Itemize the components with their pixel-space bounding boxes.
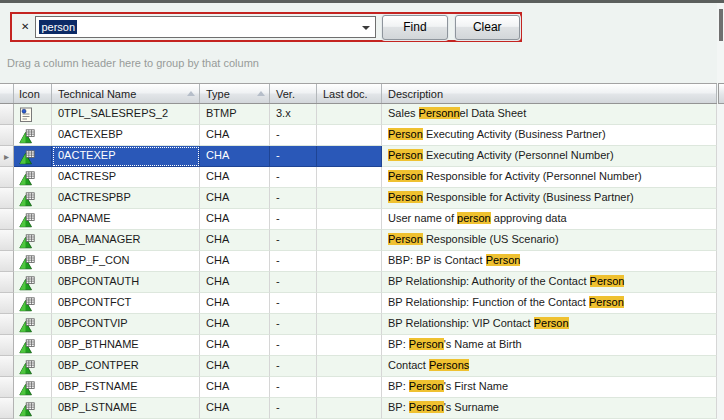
row-selector[interactable] — [0, 251, 14, 272]
table-row[interactable]: 0BP_BTHNAMECHA-BP: Person's Name at Birt… — [0, 335, 717, 356]
technical-name-cell: 0BPCONTVIP — [52, 314, 200, 335]
scrollbar-thumb[interactable] — [719, 9, 723, 41]
characteristic-icon — [19, 192, 35, 207]
icon-cell — [14, 188, 52, 209]
characteristic-icon — [19, 360, 35, 375]
technical-name-cell: 0APNAME — [52, 209, 200, 230]
description-cell: BP Relationship: VIP Contact Person — [382, 314, 717, 335]
description-cell: Sales Personnel Data Sheet — [382, 104, 717, 125]
table-row[interactable]: 0BPCONTVIPCHA-BP Relationship: VIP Conta… — [0, 314, 717, 335]
selector-column-header[interactable] — [0, 84, 14, 103]
find-button[interactable]: Find — [382, 15, 447, 40]
type-cell: CHA — [200, 125, 270, 146]
icon-cell — [14, 146, 52, 167]
table-row[interactable]: 0BPCONTFCTCHA-BP Relationship: Function … — [0, 293, 717, 314]
technical-name-cell: 0BP_BTHNAME — [52, 335, 200, 356]
column-header-icon[interactable]: Icon — [14, 84, 52, 103]
column-header-label: Description — [388, 88, 443, 100]
row-selector[interactable] — [0, 209, 14, 230]
vertical-scrollbar[interactable] — [717, 3, 724, 420]
description-cell: Person Executing Activity (Personnel Num… — [382, 146, 717, 167]
row-selector[interactable] — [0, 104, 14, 125]
characteristic-icon — [19, 255, 35, 270]
last-doc-cell — [317, 104, 382, 125]
clear-button[interactable]: Clear — [455, 15, 520, 40]
row-selector[interactable] — [0, 314, 14, 335]
table-row[interactable]: 0BA_MANAGERCHA-Person Responsible (US Sc… — [0, 230, 717, 251]
column-header-lastdoc[interactable]: Last doc. — [317, 84, 382, 103]
description-cell: Person Executing Activity (Business Part… — [382, 125, 717, 146]
column-header-name[interactable]: Technical Name — [52, 84, 200, 103]
table-row[interactable]: 0BP_LSTNAMECHA-BP: Person's Surname — [0, 398, 717, 419]
row-selector[interactable] — [0, 377, 14, 398]
last-doc-cell — [317, 398, 382, 419]
technical-name-cell: 0BP_LSTNAME — [52, 398, 200, 419]
search-combobox[interactable]: person — [35, 16, 376, 38]
group-by-hint: Drag a column header here to group by th… — [7, 57, 259, 69]
row-selector[interactable] — [0, 356, 14, 377]
last-doc-cell — [317, 167, 382, 188]
search-match-highlight: Person — [409, 338, 444, 350]
column-header-ver[interactable]: Ver. — [270, 84, 317, 103]
description-cell: Contact Persons — [382, 356, 717, 377]
row-selector[interactable] — [0, 398, 14, 419]
description-cell: BBP: BP is Contact Person — [382, 251, 717, 272]
type-cell: CHA — [200, 146, 270, 167]
table-row[interactable]: 0TPL_SALESREPS_2BTMP3.xSales Personnel D… — [0, 104, 717, 125]
row-selector[interactable] — [0, 188, 14, 209]
row-selector[interactable] — [0, 125, 14, 146]
table-row[interactable]: 0APNAMECHA-User name of person approving… — [0, 209, 717, 230]
table-row[interactable]: 0ACTRESPCHA-Person Responsible for Activ… — [0, 167, 717, 188]
row-selector[interactable] — [0, 272, 14, 293]
icon-cell — [14, 314, 52, 335]
version-cell: - — [270, 230, 317, 251]
version-cell: - — [270, 272, 317, 293]
version-cell: - — [270, 146, 317, 167]
table-row[interactable]: 0BPCONTAUTHCHA-BP Relationship: Authorit… — [0, 272, 717, 293]
last-doc-cell — [317, 377, 382, 398]
row-selector[interactable] — [0, 335, 14, 356]
window-top-edge — [0, 0, 724, 3]
version-cell: - — [270, 398, 317, 419]
search-match-highlight: Person — [534, 317, 569, 329]
column-header-type[interactable]: Type — [200, 84, 270, 103]
icon-cell — [14, 251, 52, 272]
column-header-label: Type — [206, 88, 230, 100]
table-row[interactable]: 0BP_FSTNAMECHA-BP: Person's First Name — [0, 377, 717, 398]
search-match-highlight: Person — [388, 170, 423, 182]
search-match-highlight: Person — [590, 275, 625, 287]
row-selector[interactable]: ▸ — [0, 146, 14, 167]
table-row[interactable]: 0ACTEXEBPCHA-Person Executing Activity (… — [0, 125, 717, 146]
combo-dropdown-icon[interactable] — [362, 26, 370, 30]
version-cell: - — [270, 377, 317, 398]
table-row[interactable]: 0BBP_F_CONCHA-BBP: BP is Contact Person — [0, 251, 717, 272]
version-cell: - — [270, 188, 317, 209]
column-header-desc[interactable]: Description — [382, 84, 717, 103]
type-cell: CHA — [200, 251, 270, 272]
last-doc-cell — [317, 125, 382, 146]
last-doc-cell — [317, 146, 382, 167]
characteristic-icon — [19, 297, 35, 312]
table-row[interactable]: ▸0ACTEXEPCHA-Person Executing Activity (… — [0, 146, 717, 167]
characteristic-icon — [19, 339, 35, 354]
table-row[interactable]: 0ACTRESPBPCHA-Person Responsible for Act… — [0, 188, 717, 209]
description-cell: BP: Person's Name at Birth — [382, 335, 717, 356]
row-selector[interactable] — [0, 167, 14, 188]
technical-name-cell: 0ACTRESP — [52, 167, 200, 188]
last-doc-cell — [317, 209, 382, 230]
close-search-icon[interactable]: ✕ — [21, 22, 29, 32]
type-cell: CHA — [200, 188, 270, 209]
type-cell: CHA — [200, 335, 270, 356]
sort-ascending-icon — [187, 91, 195, 96]
row-selector[interactable] — [0, 230, 14, 251]
icon-cell — [14, 377, 52, 398]
row-selector[interactable] — [0, 293, 14, 314]
search-panel: ✕ person Find Clear — [10, 12, 522, 42]
search-input-value[interactable]: person — [39, 20, 77, 34]
description-cell: Person Responsible (US Scenario) — [382, 230, 717, 251]
search-match-highlight: Person — [409, 401, 444, 413]
table-row[interactable]: 0BP_CONTPERCHA-Contact Persons — [0, 356, 717, 377]
icon-cell — [14, 125, 52, 146]
characteristic-icon — [19, 234, 35, 249]
search-match-highlight: Personn — [419, 107, 460, 119]
